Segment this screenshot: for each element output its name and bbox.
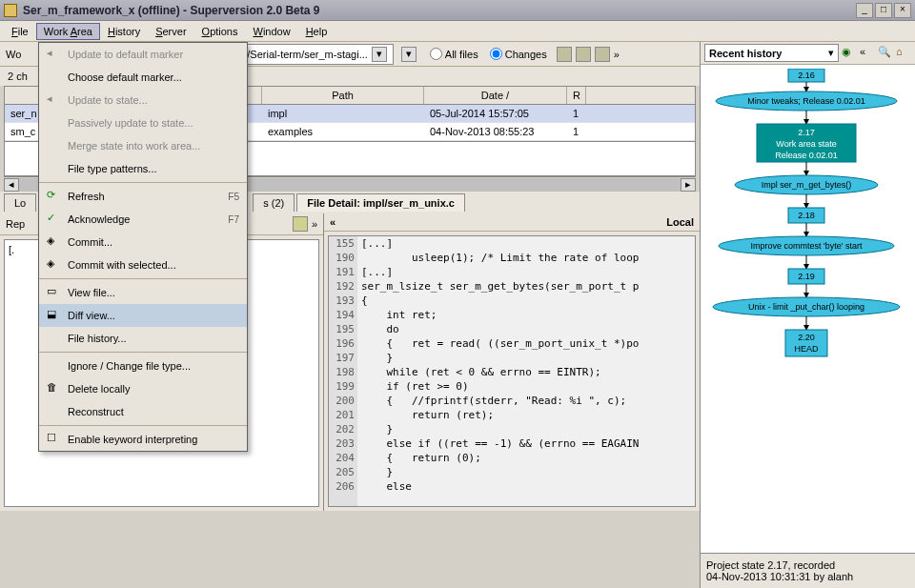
svg-text:2.18: 2.18 <box>798 211 815 220</box>
shortcut: F7 <box>228 214 239 225</box>
back-icon[interactable]: « <box>860 46 875 61</box>
toolbar-icon-1[interactable] <box>557 47 572 62</box>
svg-text:Work area state: Work area state <box>776 139 836 149</box>
blank-icon <box>47 331 62 346</box>
shortcut: F5 <box>228 192 239 202</box>
menu-window[interactable]: Window <box>245 23 297 40</box>
commit-icon: ◈ <box>47 234 62 250</box>
menu-work-area[interactable]: Work Area <box>36 23 100 40</box>
blank-icon <box>47 138 62 153</box>
diff-icon: ⬓ <box>47 308 62 323</box>
menu-label: Reconstruct <box>68 406 239 417</box>
blank-icon: ☐ <box>47 432 62 447</box>
menu-passively-update-to-state: Passively update to state... <box>39 112 247 134</box>
scroll-left-icon[interactable]: ◂ <box>4 178 19 192</box>
maximize-button[interactable]: □ <box>875 3 892 18</box>
menu-label: Update to default marker <box>68 49 239 60</box>
home-icon[interactable]: ⌂ <box>896 46 911 61</box>
svg-text:2.17: 2.17 <box>798 128 815 137</box>
code-viewer[interactable]: 1551901911921931941951961971981992002012… <box>328 235 696 507</box>
breadcrumb[interactable]: /Serial-term/ser_m-stagi... ▾ <box>240 44 394 65</box>
local-collapse-icon[interactable]: « <box>330 216 336 228</box>
th-date[interactable]: Date / <box>424 87 567 104</box>
th-path[interactable]: Path <box>262 87 424 104</box>
all-files-radio[interactable]: All files <box>430 48 478 60</box>
svg-text:Impl ser_m_get_bytes(): Impl ser_m_get_bytes() <box>762 180 852 190</box>
menu-file-type-patterns[interactable]: File type patterns... <box>39 157 247 180</box>
tab-loc[interactable]: Lo <box>4 193 36 212</box>
menu-label: View file... <box>68 287 239 298</box>
svg-text:2.20: 2.20 <box>798 333 815 342</box>
app-icon <box>4 4 17 17</box>
menu-label: Merge state into work area... <box>68 140 239 152</box>
svg-text:HEAD: HEAD <box>794 344 819 354</box>
menu-label: Enable keyword interpreting <box>68 434 239 445</box>
rep-plus-icon[interactable] <box>293 216 308 232</box>
changes-radio[interactable]: Changes <box>490 48 547 60</box>
combo-dropdown-icon[interactable]: ▾ <box>828 47 834 59</box>
menu-commit[interactable]: ◈Commit... <box>39 231 247 253</box>
menu-label: Commit... <box>68 236 239 248</box>
menu-reconstruct[interactable]: Reconstruct <box>39 400 247 423</box>
blank-icon <box>47 358 62 374</box>
menu-file[interactable]: File <box>4 23 36 40</box>
svg-text:2.19: 2.19 <box>798 272 815 281</box>
nav-dropdown-icon[interactable]: ▾ <box>401 47 417 62</box>
menu-label: Update to state... <box>68 94 239 106</box>
menu-diff-view[interactable]: ⬓Diff view... <box>39 304 247 327</box>
commit-icon: ◈ <box>47 257 62 273</box>
svg-text:Improve commtest 'byte' start: Improve commtest 'byte' start <box>751 241 863 251</box>
rep-expand-icon[interactable]: » <box>312 218 317 230</box>
svg-text:2.16: 2.16 <box>798 71 815 80</box>
svg-text:Unix - limit _put_char() loopi: Unix - limit _put_char() looping <box>748 302 864 312</box>
expand-icon[interactable]: » <box>614 49 620 60</box>
view-icon: ▭ <box>47 285 62 300</box>
history-pane: Recent history ▾ ◉ « 🔍 ⌂ 2.16 Minor twea… <box>700 42 915 588</box>
menu-view-file[interactable]: ▭View file... <box>39 281 247 304</box>
ack-icon: ✓ <box>47 212 62 227</box>
menu-acknowledge[interactable]: ✓AcknowledgeF7 <box>39 208 247 231</box>
menu-enable-keyword-interpreting[interactable]: ☐Enable keyword interpreting <box>39 428 247 451</box>
th-r[interactable]: R <box>567 87 586 104</box>
menu-label: Commit with selected... <box>68 259 239 271</box>
menu-label: Ignore / Change file type... <box>68 360 239 372</box>
breadcrumb-dropdown-icon[interactable]: ▾ <box>372 47 387 62</box>
blank-icon <box>47 70 62 85</box>
menu-label: Refresh <box>68 191 228 202</box>
menu-history[interactable]: History <box>100 23 148 40</box>
scroll-right-icon[interactable]: ▸ <box>681 178 696 192</box>
menu-label: Choose default marker... <box>68 71 239 83</box>
refresh-icon: ⟳ <box>47 189 62 204</box>
project-state: Project state 2.17, recorded 04-Nov-2013… <box>701 553 915 588</box>
menu-ignore-change-file-type[interactable]: Ignore / Change file type... <box>39 355 247 377</box>
tab-file-detail[interactable]: File Detail: impl/ser_m_unix.c <box>296 193 465 212</box>
toolbar-icon-3[interactable] <box>595 47 610 62</box>
history-graph[interactable]: 2.16 Minor tweaks; Release 0.02.01 2.17 … <box>701 65 915 553</box>
menu-commit-with-selected[interactable]: ◈Commit with selected... <box>39 253 247 276</box>
menu-options[interactable]: Options <box>194 23 246 40</box>
search-icon[interactable]: 🔍 <box>878 46 893 61</box>
menu-label: Passively update to state... <box>68 117 239 129</box>
delete-icon: 🗑 <box>47 381 62 396</box>
menu-file-history[interactable]: File history... <box>39 327 247 350</box>
menubar: File Work Area History Server Options Wi… <box>0 21 915 42</box>
menu-server[interactable]: Server <box>148 23 193 40</box>
menu-label: Delete locally <box>68 383 239 395</box>
work-area-dropdown: ◂Update to default markerChoose default … <box>38 42 248 452</box>
globe-icon[interactable]: ◉ <box>842 46 857 61</box>
blank-icon <box>47 115 62 131</box>
close-button[interactable]: × <box>894 3 911 18</box>
tab-2[interactable]: s (2) <box>253 193 295 212</box>
menu-choose-default-marker[interactable]: Choose default marker... <box>39 66 247 89</box>
history-combo[interactable]: Recent history ▾ <box>704 44 839 62</box>
minimize-button[interactable]: _ <box>856 3 873 18</box>
menu-label: Acknowledge <box>68 213 228 225</box>
menu-refresh[interactable]: ⟳RefreshF5 <box>39 185 247 208</box>
local-pane: « Local 15519019119219319419519619719819… <box>324 213 700 511</box>
menu-delete-locally[interactable]: 🗑Delete locally <box>39 377 247 400</box>
menu-help[interactable]: Help <box>298 23 336 40</box>
svg-text:Release 0.02.01: Release 0.02.01 <box>775 151 838 160</box>
blank-icon <box>47 161 62 176</box>
toolbar-icon-2[interactable] <box>576 47 591 62</box>
window-title: Ser_m_framework_x (offline) - Superversi… <box>23 4 854 17</box>
